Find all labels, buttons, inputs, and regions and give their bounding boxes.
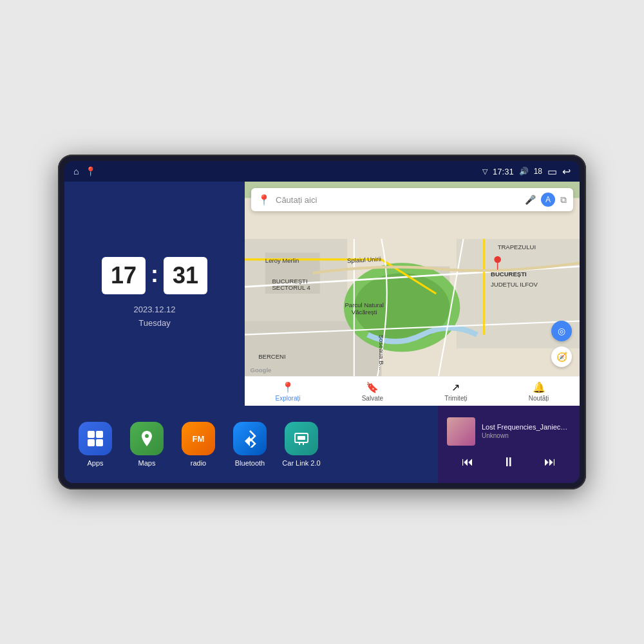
map-svg: BUCUREȘTI JUDEȚUL ILFOV BERCENI TRAPEZUL… xyxy=(245,182,580,406)
main-content: 17 : 31 2023.12.12 Tuesday xyxy=(64,182,580,483)
home-icon[interactable]: ⌂ xyxy=(73,166,79,176)
svg-text:BERCENI: BERCENI xyxy=(258,353,285,360)
explore-label: Explorați xyxy=(276,395,301,402)
music-details: Lost Frequencies_Janieck Devy-... Unknow… xyxy=(482,423,571,439)
app-item-radio[interactable]: FM radio xyxy=(178,422,219,467)
volume-icon: 🔊 xyxy=(519,167,529,176)
explore-icon: 📍 xyxy=(281,381,294,393)
top-section: 17 : 31 2023.12.12 Tuesday xyxy=(64,182,580,406)
svg-text:BUCUREȘTI: BUCUREȘTI xyxy=(491,270,527,278)
app-item-maps[interactable]: Maps xyxy=(126,422,167,467)
share-label: Trimiteți xyxy=(444,395,467,402)
svg-rect-30 xyxy=(96,431,103,438)
map-search-input[interactable]: Căutați aici xyxy=(276,195,520,205)
battery-level: 18 xyxy=(534,167,542,176)
map-nav-saved[interactable]: 🔖 Salvate xyxy=(362,381,383,402)
clock-hour: 17 xyxy=(102,257,146,294)
music-thumb-image xyxy=(447,417,475,446)
app-item-carlink[interactable]: Car Link 2.0 xyxy=(281,422,322,467)
svg-text:Văcărești: Văcărești xyxy=(352,308,377,316)
updates-label: Noutăți xyxy=(529,395,549,402)
map-account-icon[interactable]: A xyxy=(541,193,555,207)
svg-text:Parcul Natural: Parcul Natural xyxy=(345,301,384,308)
svg-rect-32 xyxy=(96,439,103,446)
map-panel[interactable]: BUCUREȘTI JUDEȚUL ILFOV BERCENI TRAPEZUL… xyxy=(245,182,580,406)
svg-text:TRAPEZULUI: TRAPEZULUI xyxy=(498,243,536,251)
app-item-apps[interactable]: Apps xyxy=(75,422,116,467)
bottom-section: Apps Maps FM radio xyxy=(64,406,580,483)
map-location-button[interactable]: ◎ xyxy=(551,321,572,341)
map-nav-updates[interactable]: 🔔 Noutăți xyxy=(529,381,549,402)
svg-text:Google: Google xyxy=(250,366,271,374)
map-nav-share[interactable]: ↗ Trimiteți xyxy=(444,381,467,402)
apps-row: Apps Maps FM radio xyxy=(64,406,438,483)
map-nav-bar: 📍 Explorați 🔖 Salvate ↗ Trimiteți 🔔 xyxy=(245,376,580,406)
svg-rect-29 xyxy=(88,431,95,438)
radio-label: radio xyxy=(191,459,206,467)
battery-icon: ▭ xyxy=(547,166,557,178)
map-pin-icon: 📍 xyxy=(258,194,270,206)
share-icon: ↗ xyxy=(451,381,460,393)
clock-panel: 17 : 31 2023.12.12 Tuesday xyxy=(64,182,245,406)
svg-rect-34 xyxy=(298,436,305,440)
svg-text:JUDEȚUL ILFOV: JUDEȚUL ILFOV xyxy=(491,281,538,288)
music-title: Lost Frequencies_Janieck Devy-... xyxy=(482,423,571,431)
next-button[interactable]: ⏭ xyxy=(539,453,561,471)
bluetooth-icon xyxy=(233,422,267,455)
music-player: Lost Frequencies_Janieck Devy-... Unknow… xyxy=(438,406,580,483)
svg-text:Leroy Merlin: Leroy Merlin xyxy=(265,257,299,264)
saved-label: Salvate xyxy=(362,395,383,402)
app-item-bluetooth[interactable]: Bluetooth xyxy=(229,422,270,467)
svg-text:SECTORUL 4: SECTORUL 4 xyxy=(272,284,310,291)
apps-label: Apps xyxy=(87,459,103,467)
status-bar: ⌂ 📍 ▽ 17:31 🔊 18 ▭ ↩ xyxy=(64,161,580,182)
status-right: ▽ 17:31 🔊 18 ▭ ↩ xyxy=(482,166,571,178)
prev-button[interactable]: ⏮ xyxy=(457,453,478,471)
carlink-icon xyxy=(285,422,318,455)
music-artist: Unknown xyxy=(482,432,571,439)
clock-colon: : xyxy=(151,261,158,288)
updates-icon: 🔔 xyxy=(533,381,545,393)
map-search-bar[interactable]: 📍 Căutați aici 🎤 A ⧉ xyxy=(251,188,573,211)
map-nav-explore[interactable]: 📍 Explorați xyxy=(276,381,301,402)
screen: ⌂ 📍 ▽ 17:31 🔊 18 ▭ ↩ 17 : xyxy=(64,161,580,483)
map-layers-icon[interactable]: ⧉ xyxy=(560,194,567,205)
car-display-device: ⌂ 📍 ▽ 17:31 🔊 18 ▭ ↩ 17 : xyxy=(58,155,586,489)
apps-icon xyxy=(79,422,112,455)
svg-rect-31 xyxy=(88,439,95,446)
map-mic-icon[interactable]: 🎤 xyxy=(525,194,536,205)
status-left: ⌂ 📍 xyxy=(73,166,96,176)
maps-nav-icon[interactable]: 📍 xyxy=(85,166,96,176)
svg-text:Șoseaua B...: Șoseaua B... xyxy=(378,335,385,370)
map-compass[interactable]: 🧭 xyxy=(551,346,572,367)
clock-display: 17 : 31 xyxy=(102,257,207,294)
music-info: Lost Frequencies_Janieck Devy-... Unknow… xyxy=(447,417,571,446)
bluetooth-label: Bluetooth xyxy=(235,459,265,467)
back-icon[interactable]: ↩ xyxy=(562,166,571,178)
status-time: 17:31 xyxy=(493,167,514,176)
maps-icon xyxy=(130,422,164,455)
signal-icon: ▽ xyxy=(482,167,488,176)
maps-label: Maps xyxy=(138,459,156,467)
clock-minute: 31 xyxy=(164,257,207,294)
svg-point-25 xyxy=(494,256,501,263)
music-controls: ⏮ ⏸ ⏭ xyxy=(447,452,571,472)
carlink-label: Car Link 2.0 xyxy=(282,459,320,467)
radio-icon: FM xyxy=(182,422,215,455)
play-pause-button[interactable]: ⏸ xyxy=(497,452,520,472)
music-thumbnail xyxy=(447,417,475,446)
clock-date: 2023.12.12 Tuesday xyxy=(133,303,175,330)
saved-icon: 🔖 xyxy=(366,381,379,393)
